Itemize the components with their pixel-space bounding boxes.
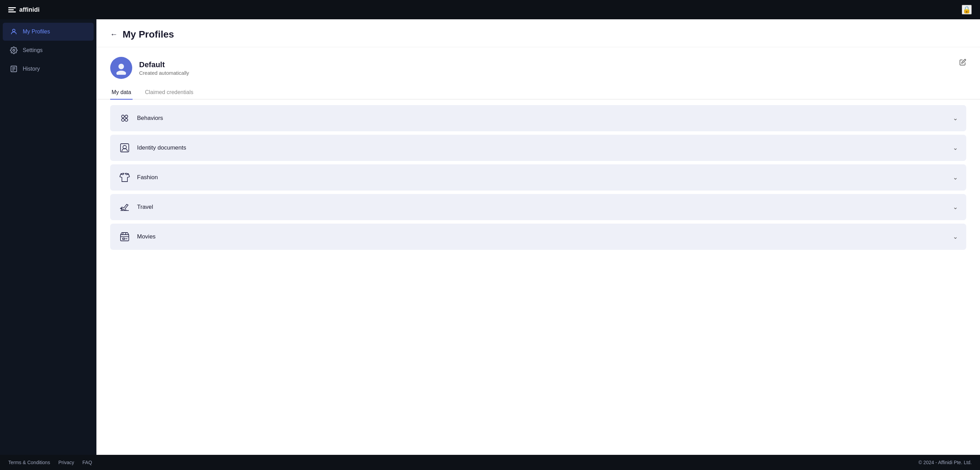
plane-icon — [118, 201, 131, 213]
faq-link[interactable]: FAQ — [82, 460, 92, 465]
data-item-behaviors[interactable]: Behaviors ⌄ — [110, 105, 966, 131]
sidebar: My Profiles Settings — [0, 19, 96, 455]
svg-point-6 — [118, 64, 124, 69]
top-nav: affinidi 🔒 — [0, 0, 980, 19]
chevron-down-icon-2: ⌄ — [953, 144, 958, 151]
bottom-links: Terms & Conditions Privacy FAQ — [8, 460, 92, 465]
terms-link[interactable]: Terms & Conditions — [8, 460, 50, 465]
gear-icon — [10, 46, 18, 54]
list-icon — [10, 65, 18, 73]
profile-info: Default Created automatically — [139, 60, 966, 76]
edit-profile-button[interactable] — [959, 59, 966, 67]
tab-my-data[interactable]: My data — [110, 86, 132, 100]
svg-point-7 — [116, 71, 126, 75]
chevron-down-icon-4: ⌄ — [953, 203, 958, 211]
content-area: ← My Profiles Default Created automatica… — [96, 19, 980, 455]
travel-label: Travel — [137, 204, 947, 210]
behaviors-label: Behaviors — [137, 115, 947, 122]
chevron-down-icon: ⌄ — [953, 115, 958, 122]
svg-point-9 — [125, 115, 128, 118]
behaviors-icon — [118, 112, 131, 124]
movies-label: Movies — [137, 233, 947, 240]
identity-documents-label: Identity documents — [137, 144, 947, 151]
chevron-down-icon-3: ⌄ — [953, 174, 958, 181]
profile-subtitle: Created automatically — [139, 70, 966, 76]
svg-rect-19 — [123, 238, 125, 239]
chevron-down-icon-5: ⌄ — [953, 233, 958, 241]
sidebar-nav: My Profiles Settings — [0, 19, 96, 455]
lock-button[interactable]: 🔒 — [962, 5, 972, 14]
shirt-icon — [118, 171, 131, 184]
svg-point-8 — [122, 115, 124, 118]
app-title: affinidi — [19, 6, 40, 13]
person-icon — [10, 27, 18, 36]
data-item-identity-documents[interactable]: Identity documents ⌄ — [110, 135, 966, 161]
data-item-fashion[interactable]: Fashion ⌄ — [110, 164, 966, 191]
data-item-movies[interactable]: Movies ⌄ — [110, 224, 966, 250]
sidebar-item-label-my-profiles: My Profiles — [23, 29, 50, 35]
bottom-bar: Terms & Conditions Privacy FAQ © 2024 - … — [0, 455, 980, 470]
data-list: Behaviors ⌄ Identity documents ⌄ — [96, 100, 980, 255]
sidebar-item-my-profiles[interactable]: My Profiles — [3, 23, 94, 41]
clapperboard-icon — [118, 231, 131, 243]
profile-name: Default — [139, 60, 966, 69]
tab-claimed-credentials[interactable]: Claimed credentials — [143, 86, 195, 100]
content-header: ← My Profiles — [96, 19, 980, 47]
sidebar-item-history[interactable]: History — [3, 60, 94, 78]
logo-icon — [8, 7, 16, 13]
profile-section: Default Created automatically — [96, 47, 980, 79]
privacy-link[interactable]: Privacy — [58, 460, 74, 465]
tabs: My data Claimed credentials — [96, 79, 980, 100]
svg-point-1 — [13, 49, 15, 51]
data-item-travel[interactable]: Travel ⌄ — [110, 194, 966, 220]
back-button[interactable]: ← — [110, 30, 118, 39]
svg-line-18 — [125, 233, 126, 235]
svg-point-10 — [122, 118, 124, 121]
sidebar-item-label-settings: Settings — [23, 47, 43, 53]
main-layout: My Profiles Settings — [0, 19, 980, 455]
fashion-label: Fashion — [137, 174, 947, 181]
svg-line-17 — [123, 233, 123, 235]
svg-rect-15 — [121, 235, 129, 241]
copyright: © 2024 - Affinidi Pte. Ltd. — [918, 460, 972, 465]
logo: affinidi — [8, 6, 40, 13]
svg-point-11 — [125, 118, 128, 121]
avatar — [110, 57, 132, 79]
passport-icon — [118, 142, 131, 154]
sidebar-item-label-history: History — [23, 66, 40, 72]
page-title: My Profiles — [123, 29, 174, 40]
sidebar-item-settings[interactable]: Settings — [3, 41, 94, 59]
svg-point-0 — [13, 29, 15, 32]
